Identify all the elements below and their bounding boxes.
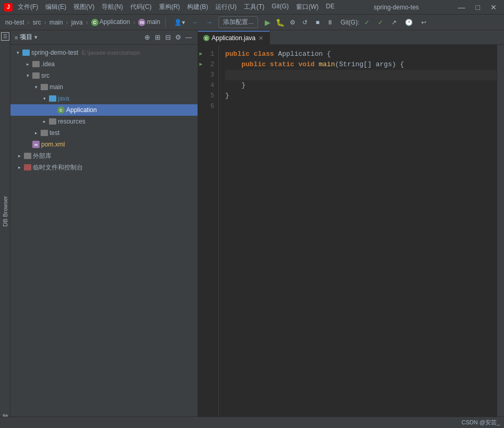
main-folder-icon: [41, 84, 48, 90]
tree-root-label: spring-demo-test: [31, 49, 78, 56]
menu-code[interactable]: 代码(C): [127, 2, 155, 13]
menu-build[interactable]: 构建(B): [184, 2, 211, 13]
forward-icon[interactable]: →: [203, 17, 215, 28]
main-area: ☰ DB Browser 结构 ≡ 项目 ▾ ⊕ ⊞ ⊟ ⚙ —: [0, 30, 504, 428]
root-folder-icon: [22, 50, 30, 56]
tree-arrow-java: [41, 95, 47, 102]
git-check1-icon[interactable]: ✓: [361, 17, 373, 28]
line-2-num: ▶ 2: [198, 59, 218, 70]
panel-toggle[interactable]: ≡: [15, 34, 18, 41]
nav-bar: no-test › src › main › java › CApplicati…: [0, 15, 504, 30]
java-folder-icon: [49, 95, 56, 102]
tree-item-main[interactable]: main: [10, 81, 198, 93]
panel-collapse-btn[interactable]: ⊟: [163, 33, 173, 42]
menu-run[interactable]: 运行(U): [212, 2, 240, 13]
tree-arrow-external: [16, 153, 22, 159]
panel-dropdown-icon[interactable]: ▾: [34, 34, 38, 41]
stop-button[interactable]: ■: [312, 17, 323, 28]
tree-src-label: src: [41, 72, 50, 79]
menu-tools[interactable]: 工具(T): [241, 2, 267, 13]
run-gutter-2[interactable]: ▶: [198, 62, 204, 68]
git-history-icon[interactable]: 🕐: [402, 17, 416, 28]
file-tree: spring-demo-test E:\javaee-exercise\spri…: [10, 45, 198, 428]
close-button[interactable]: ✕: [487, 2, 500, 13]
menu-file[interactable]: 文件(F): [15, 2, 41, 13]
bottom-bar: CSDN @安芸_: [0, 417, 504, 428]
coverage-button[interactable]: ⚙: [287, 17, 298, 28]
menu-view[interactable]: 视图(V): [70, 2, 97, 13]
menu-git[interactable]: Git(G): [268, 2, 292, 13]
breadcrumb-project[interactable]: no-test: [3, 18, 27, 27]
tree-item-application[interactable]: C Application: [10, 104, 198, 116]
menubar[interactable]: 文件(F) 编辑(E) 视图(V) 导航(N) 代码(C) 重构(R) 构建(B…: [15, 2, 338, 13]
breadcrumb-src[interactable]: src: [31, 18, 43, 27]
debug-button[interactable]: 🐛: [275, 17, 285, 28]
pom-xml-icon: m: [32, 141, 40, 148]
attribution: CSDN @安芸_: [461, 419, 500, 426]
line-numbers: ▶ 1 ▶ 2 3 4 5: [198, 45, 219, 428]
git-check2-icon[interactable]: ✓: [375, 17, 386, 28]
line-1-num: ▶ 1: [198, 49, 218, 59]
tab-java-icon: C: [203, 35, 210, 41]
code-line-1: public class Application {: [225, 49, 497, 59]
tab-close-button[interactable]: ✕: [257, 35, 264, 42]
tree-item-pom[interactable]: m pom.xml: [10, 139, 198, 150]
pause-button[interactable]: ⏸: [325, 17, 335, 28]
breadcrumb-method[interactable]: mmain: [136, 17, 162, 27]
right-scrollbar[interactable]: [497, 45, 504, 428]
db-browser-tab[interactable]: DB Browser: [1, 193, 9, 230]
menu-de[interactable]: DE: [323, 2, 338, 13]
panel-expand-btn[interactable]: ⊞: [153, 33, 162, 42]
external-lib-icon: [24, 153, 31, 159]
tree-item-resources[interactable]: resources: [10, 116, 198, 127]
menu-edit[interactable]: 编辑(E): [42, 2, 69, 13]
method-icon: m: [138, 19, 145, 26]
tree-item-src[interactable]: src: [10, 70, 198, 81]
tree-item-test[interactable]: test: [10, 127, 198, 139]
git-arrow-icon[interactable]: ↗: [388, 17, 400, 28]
git-undo-icon[interactable]: ↩: [418, 17, 429, 28]
code-line-5: }: [225, 91, 497, 101]
run-button[interactable]: ▶: [262, 17, 273, 28]
panel-title: 项目: [20, 33, 32, 42]
menu-refactor[interactable]: 重构(R): [156, 2, 183, 13]
code-line-6: [225, 101, 497, 112]
title-bar-left: J 文件(F) 编辑(E) 视图(V) 导航(N) 代码(C) 重构(R) 构建…: [4, 2, 338, 13]
tree-item-external-lib[interactable]: 外部库: [10, 150, 198, 162]
editor-tab-application[interactable]: C Application.java ✕: [198, 31, 270, 44]
breadcrumb-application[interactable]: CApplication: [89, 17, 132, 27]
menu-nav[interactable]: 导航(N): [99, 2, 126, 13]
run-gutter-1[interactable]: ▶: [198, 51, 204, 57]
test-folder-icon: [41, 130, 48, 136]
nav-actions: 👤▾ ← →: [171, 17, 215, 28]
tree-item-idea[interactable]: .idea: [10, 58, 198, 70]
maximize-button[interactable]: □: [473, 2, 483, 13]
tool-icon-1[interactable]: ☰: [1, 32, 9, 41]
add-config-button[interactable]: 添加配置...: [218, 16, 258, 28]
tree-pom-label: pom.xml: [41, 141, 65, 148]
panel-add-btn[interactable]: ⊕: [142, 33, 152, 42]
tree-arrow-resources: [41, 118, 47, 125]
minimize-button[interactable]: —: [455, 2, 469, 13]
rebuild-button[interactable]: ↺: [300, 17, 310, 28]
back-icon[interactable]: ←: [189, 17, 202, 28]
line-4-num: 4: [198, 80, 218, 91]
line-3-num: 3: [198, 70, 218, 80]
tree-item-java[interactable]: java: [10, 93, 198, 104]
git-section: Git(G): ✓ ✓ ↗ 🕐 ↩: [340, 17, 429, 28]
tree-application-label: Application: [66, 106, 97, 114]
run-gutter-6-empty: [198, 103, 204, 109]
breadcrumb-main[interactable]: main: [47, 18, 65, 27]
code-editor: ▶ 1 ▶ 2 3 4 5: [198, 45, 504, 428]
line-5-num: 5: [198, 91, 218, 101]
application-java-icon: C: [57, 106, 65, 114]
code-content[interactable]: public class Application { public static…: [219, 45, 497, 428]
menu-window[interactable]: 窗口(W): [293, 2, 322, 13]
user-icon[interactable]: 👤▾: [171, 17, 188, 28]
window-controls[interactable]: — □ ✕: [455, 2, 500, 13]
panel-settings-btn[interactable]: ⚙: [174, 33, 183, 42]
panel-close-btn[interactable]: —: [184, 33, 193, 42]
tree-item-temp[interactable]: 临时文件和控制台: [10, 162, 198, 173]
tree-root[interactable]: spring-demo-test E:\javaee-exercise\spri: [10, 47, 198, 58]
breadcrumb-java[interactable]: java: [69, 18, 85, 27]
